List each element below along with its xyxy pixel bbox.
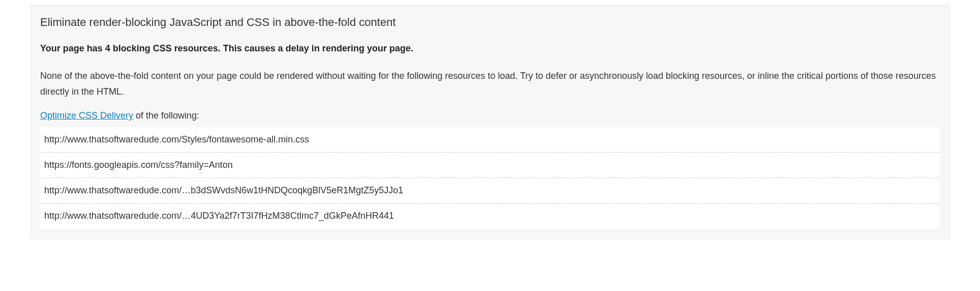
audit-description: None of the above-the-fold content on yo… [40,68,940,99]
optimize-css-link[interactable]: Optimize CSS Delivery [40,110,133,121]
audit-panel: Eliminate render-blocking JavaScript and… [30,5,950,239]
audit-title: Eliminate render-blocking JavaScript and… [40,16,940,29]
resource-item: http://www.thatsoftwaredude.com/Styles/f… [40,127,940,153]
audit-subtitle: Your page has 4 blocking CSS resources. … [40,43,940,54]
resource-item: http://www.thatsoftwaredude.com/…b3dSWvd… [40,178,940,203]
resource-item: https://fonts.googleapis.com/css?family=… [40,153,940,178]
optimize-line: Optimize CSS Delivery of the following: [40,110,940,121]
resource-list: http://www.thatsoftwaredude.com/Styles/f… [40,127,940,228]
resource-item: http://www.thatsoftwaredude.com/…4UD3Ya2… [40,203,940,228]
optimize-suffix: of the following: [133,110,199,121]
